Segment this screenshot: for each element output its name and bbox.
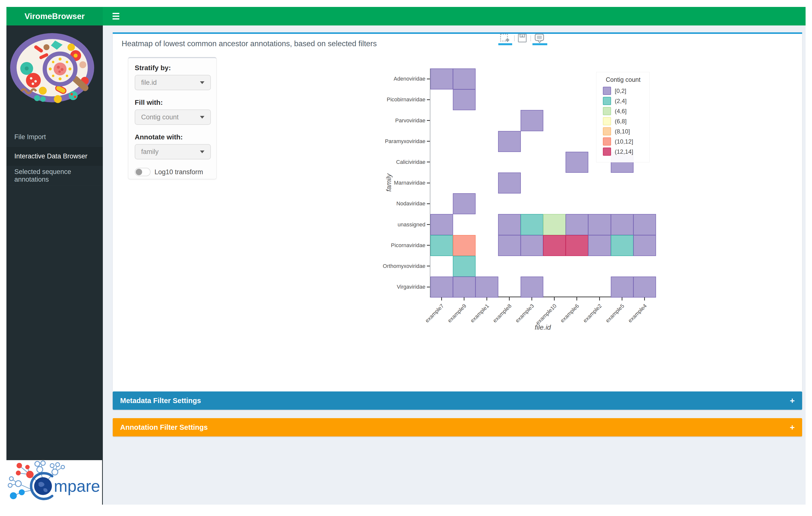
heatmap-cell[interactable] [588,235,611,256]
y-axis-tick-label: Virgaviridae [374,284,426,290]
legend-swatch [603,148,611,156]
y-axis-tick [427,79,430,79]
y-axis-tick-label: Paramyxoviridae [374,138,426,145]
sidebar-item-interactive-data-browser[interactable]: Interactive Data Browser [6,147,103,166]
heatmap-cell[interactable] [453,68,475,89]
stratify-select[interactable]: file.id [135,75,211,90]
hamburger-icon[interactable] [109,7,123,26]
sidebar-item-file-import[interactable]: File Import [6,127,103,147]
y-axis-tick [427,245,430,246]
plot-controls-card: Stratify by: file.id Fill with: Contig c… [128,57,216,179]
heatmap-cell[interactable] [453,235,475,256]
log10-toggle[interactable] [135,168,150,176]
y-axis-tick-label: Nodaviridae [374,201,426,207]
heatmap-cell[interactable] [633,235,656,256]
x-axis-tick [554,297,555,301]
heatmap-cell[interactable] [521,235,543,256]
x-axis-tick [576,297,577,301]
legend-label: (6,8] [615,118,627,125]
y-axis-tick [427,162,430,162]
heatmap-cell[interactable] [498,173,521,193]
heatmap-cell[interactable] [453,256,475,277]
y-axis-tick [427,183,430,183]
heatmap-cell[interactable] [430,214,453,235]
selection-tool-active-indicator [498,43,512,45]
legend-label: [0,2] [615,88,626,94]
heatmap-cell[interactable] [498,235,521,256]
y-axis-tick [427,287,430,287]
heatmap-cell[interactable] [566,214,588,235]
heatmap-cell[interactable] [430,68,453,89]
heatmap-cell[interactable] [430,235,453,256]
heatmap-cell[interactable] [633,214,656,235]
heatmap-cell[interactable] [498,214,521,235]
y-axis-tick-label: Marnaviridae [374,180,426,186]
expand-plus-icon[interactable]: + [790,423,795,432]
x-axis-tick [464,297,464,301]
legend-entry: (4,6] [601,107,646,115]
annotation-filter-panel[interactable]: Annotation Filter Settings + [113,418,802,436]
stratify-value: file.id [141,79,157,87]
legend-label: (2,4] [615,98,627,104]
legend-entry: (12,14] [601,148,646,156]
metadata-filter-panel[interactable]: Metadata Filter Settings + [113,391,802,410]
metadata-filter-label: Metadata Filter Settings [120,397,201,405]
expand-plus-icon[interactable]: + [790,396,795,405]
log10-toggle-label: Log10 transform [154,168,203,176]
screenshot-stage: ViromeBrowser [0,0,812,516]
chevron-down-icon [200,81,204,84]
heatmap-cell[interactable] [498,131,521,152]
y-axis-tick-label: Picobirnaviridae [374,96,426,103]
legend-entry: (8,10] [601,127,646,135]
heatmap-cell[interactable] [453,89,475,110]
annotate-select[interactable]: family [135,144,211,159]
heatmap-cell[interactable] [453,193,475,214]
y-axis-tick-label: unassigned [374,221,426,228]
heatmap-cell[interactable] [588,214,611,235]
chevron-down-icon [200,151,204,153]
sidebar-item-selected-sequence-annotations[interactable]: Selected sequence annotations [6,166,103,185]
heatmap-cell[interactable] [611,276,634,298]
heatmap-cell[interactable] [566,152,588,173]
legend-entry: (2,4] [601,97,646,105]
legend-label: (8,10] [615,128,630,135]
heatmap-cell[interactable] [543,214,566,235]
app-title: ViromeBrowser [6,7,103,26]
fill-select[interactable]: Contig count [135,110,211,125]
heatmap-cell[interactable] [543,235,566,256]
heatmap-cell[interactable] [521,110,543,131]
legend-swatch [603,97,611,105]
heatmap-cell[interactable] [453,276,475,298]
stratify-label: Stratify by: [135,64,210,72]
heatmap-cell[interactable] [430,276,453,298]
heatmap-cell[interactable] [521,214,543,235]
legend-swatch [603,107,611,115]
y-axis-tick [427,203,430,204]
y-axis-tick [427,99,430,100]
y-axis-tick [427,266,430,266]
heatmap-cell[interactable] [566,235,588,256]
heatmap-cell[interactable] [475,276,498,298]
x-axis-tick [599,297,600,301]
x-axis-tick [509,297,510,301]
viromebrowser-app: ViromeBrowser [6,7,806,505]
tooltip-tool-active-indicator [532,43,547,45]
heatmap-cell[interactable] [633,276,656,298]
heatmap-plot: family file.id Contig count [0,2](2,4](4… [430,68,655,297]
heatmap-cell[interactable] [611,214,634,235]
save-icon[interactable] [518,33,527,43]
annotation-filter-label: Annotation Filter Settings [120,423,208,431]
compare-logo: mpare [6,460,102,505]
legend-label: (12,14] [615,148,633,155]
legend-title: Contig count [601,76,646,83]
compare-logo-text: mpare [54,477,100,495]
heatmap-cell[interactable] [521,276,543,298]
legend-entry: (6,8] [601,117,646,125]
x-axis-tick [644,297,645,301]
selection-add-icon[interactable] [500,33,511,43]
virome-logo [9,32,95,103]
y-axis-tick-label: Adenoviridae [374,75,426,82]
legend-label: (4,6] [615,108,627,115]
heatmap-cell[interactable] [611,235,634,256]
tooltip-icon[interactable] [534,33,545,43]
